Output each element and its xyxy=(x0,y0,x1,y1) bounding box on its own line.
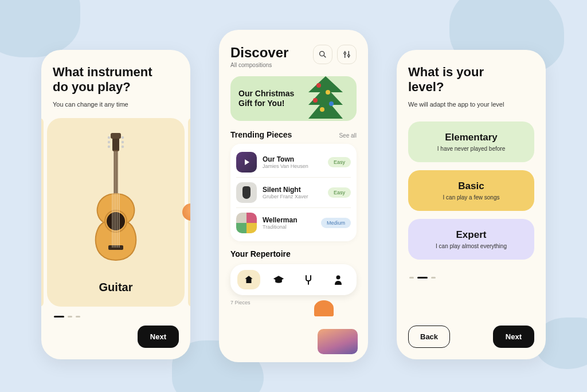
instrument-carousel[interactable]: Guitar xyxy=(53,118,179,307)
page-indicator xyxy=(54,316,179,317)
svg-point-4 xyxy=(108,146,110,148)
piece-row[interactable]: Silent Night Gruber Franz Xaver Easy xyxy=(236,178,351,208)
difficulty-badge: Easy xyxy=(328,157,351,167)
filter-button[interactable] xyxy=(337,45,357,64)
piece-name: Silent Night xyxy=(263,186,308,194)
difficulty-badge: Medium xyxy=(321,218,351,228)
decorative-image xyxy=(314,300,334,316)
level-option-expert[interactable]: Expert I can play almost everything xyxy=(408,219,534,260)
tuning-fork-icon xyxy=(304,275,313,285)
piece-name: Wellerman xyxy=(263,216,297,224)
nav-profile[interactable] xyxy=(327,270,350,289)
level-option-basic[interactable]: Basic I can play a few songs xyxy=(408,170,534,211)
level-subtitle: I can play almost everything xyxy=(414,243,529,249)
bottom-nav xyxy=(230,264,357,295)
onboarding-subtitle: You can change it any time xyxy=(53,101,179,108)
onboarding-title: What instrument do you play? xyxy=(53,65,179,95)
repertoire-count: 7 Pieces xyxy=(230,300,357,305)
piece-row[interactable]: Our Town Jamies Van Heusen Easy xyxy=(236,147,351,178)
difficulty-badge: Easy xyxy=(328,187,351,198)
screen-discover: Discover All compositions Our Christmas … xyxy=(219,30,368,362)
page-subtitle: All compositions xyxy=(230,62,288,68)
piece-composer: Jamies Van Heusen xyxy=(263,163,308,169)
level-subtitle: I have never played before xyxy=(414,146,529,152)
play-icon xyxy=(245,159,249,165)
page-dot-active xyxy=(54,316,64,317)
level-title: Basic xyxy=(414,181,529,192)
piece-thumbnail xyxy=(236,152,257,173)
trending-list: Our Town Jamies Van Heusen Easy Silent N… xyxy=(230,144,357,241)
page-dot-active xyxy=(417,277,428,279)
guitar-illustration xyxy=(84,118,147,275)
carousel-peek-left[interactable] xyxy=(41,118,44,307)
instrument-card-label: Guitar xyxy=(99,281,133,294)
page-indicator xyxy=(409,277,534,279)
screen-instrument: What instrument do you play? You can cha… xyxy=(41,50,190,359)
christmas-tree-illustration xyxy=(297,76,357,121)
level-title: Elementary xyxy=(414,132,529,143)
piece-composer: Traditional xyxy=(263,224,297,230)
home-icon xyxy=(244,275,254,285)
svg-point-20 xyxy=(344,52,346,54)
piece-name: Our Town xyxy=(263,155,308,163)
level-option-elementary[interactable]: Elementary I have never played before xyxy=(408,121,534,162)
section-title-trending: Trending Pieces xyxy=(230,130,292,139)
svg-point-6 xyxy=(122,141,124,143)
svg-line-18 xyxy=(324,56,326,57)
repertoire-image xyxy=(318,329,358,354)
svg-point-24 xyxy=(336,276,341,280)
svg-point-22 xyxy=(348,54,350,56)
search-icon xyxy=(318,50,327,59)
promo-banner[interactable]: Our Christmas Gift for You! xyxy=(230,76,357,121)
svg-point-17 xyxy=(320,52,324,56)
piece-row[interactable]: Wellerman Traditional Medium xyxy=(236,208,351,238)
onboarding-title: What is your level? xyxy=(408,65,534,95)
svg-rect-1 xyxy=(111,133,121,139)
next-button[interactable]: Next xyxy=(493,326,534,348)
piece-composer: Gruber Franz Xaver xyxy=(263,194,308,199)
section-title-repertoire: Your Repertoire xyxy=(230,249,357,258)
svg-point-5 xyxy=(122,136,124,139)
person-icon xyxy=(334,275,343,285)
search-button[interactable] xyxy=(313,45,332,64)
back-button[interactable]: Back xyxy=(408,326,450,348)
level-title: Expert xyxy=(414,229,529,241)
piece-thumbnail xyxy=(236,182,257,203)
see-all-link[interactable]: See all xyxy=(339,132,357,139)
nav-tuner[interactable] xyxy=(297,270,320,289)
nav-home[interactable] xyxy=(237,270,260,289)
page-dot xyxy=(76,316,80,317)
sliders-icon xyxy=(342,50,351,59)
level-subtitle: I can play a few songs xyxy=(414,194,529,201)
piece-thumbnail xyxy=(236,213,257,233)
page-dot xyxy=(431,277,436,279)
onboarding-subtitle: We will adapt the app to your level xyxy=(408,101,534,108)
next-button[interactable]: Next xyxy=(138,326,179,348)
svg-point-2 xyxy=(108,136,110,139)
page-dot xyxy=(409,277,414,279)
graduation-cap-icon xyxy=(273,275,284,285)
instrument-card-guitar[interactable]: Guitar xyxy=(47,118,185,307)
svg-point-3 xyxy=(108,141,110,143)
svg-point-7 xyxy=(122,146,124,148)
nav-learn[interactable] xyxy=(267,270,290,289)
page-title: Discover xyxy=(230,45,288,61)
page-dot xyxy=(68,316,72,317)
carousel-peek-right[interactable] xyxy=(188,118,190,307)
screen-level: What is your level? We will adapt the ap… xyxy=(397,50,546,359)
